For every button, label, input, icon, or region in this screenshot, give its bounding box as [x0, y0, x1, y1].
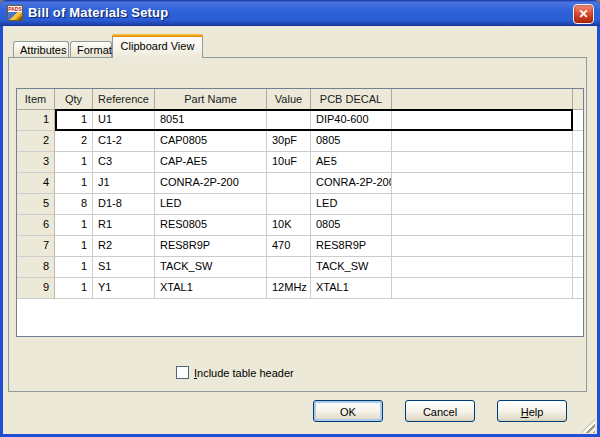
- row-number-cell[interactable]: 6: [17, 215, 55, 236]
- row-data[interactable]: 1R1RES080510K0805: [55, 215, 573, 236]
- row-gutter: [573, 131, 583, 152]
- qty-cell[interactable]: 2: [55, 131, 93, 152]
- row-gutter: [573, 215, 583, 236]
- part-name-cell[interactable]: 8051: [155, 110, 267, 131]
- column-header-reference: Reference: [93, 89, 155, 109]
- pcb-decal-cell[interactable]: DIP40-600: [311, 110, 392, 131]
- bom-table: Item Qty Reference Part Name Value PCB D…: [16, 88, 584, 337]
- qty-cell[interactable]: 1: [55, 215, 93, 236]
- row-data[interactable]: 1S1TACK_SWTACK_SW: [55, 257, 573, 278]
- row-number-cell[interactable]: 1: [17, 110, 55, 131]
- row-data[interactable]: 1U18051DIP40-600: [55, 110, 573, 131]
- part-name-cell[interactable]: XTAL1: [155, 278, 267, 299]
- qty-cell[interactable]: 1: [55, 257, 93, 278]
- header-gutter: [573, 89, 583, 109]
- reference-cell[interactable]: U1: [93, 110, 155, 131]
- value-cell[interactable]: 30pF: [267, 131, 311, 152]
- reference-cell[interactable]: Y1: [93, 278, 155, 299]
- row-data[interactable]: 1R2RES8R9P470RES8R9P: [55, 236, 573, 257]
- part-name-cell[interactable]: CAP-AE5: [155, 152, 267, 173]
- close-icon[interactable]: ✕: [573, 4, 594, 24]
- qty-cell[interactable]: 1: [55, 152, 93, 173]
- row-number-cell[interactable]: 8: [17, 257, 55, 278]
- row-data[interactable]: 8D1-8LEDLED: [55, 194, 573, 215]
- empty-cell: [392, 257, 573, 278]
- value-cell[interactable]: [267, 194, 311, 215]
- pcb-decal-cell[interactable]: AE5: [311, 152, 392, 173]
- table-row: 22C1-2CAP080530pF0805: [17, 131, 583, 152]
- qty-cell[interactable]: 8: [55, 194, 93, 215]
- reference-cell[interactable]: R2: [93, 236, 155, 257]
- qty-cell[interactable]: 1: [55, 173, 93, 194]
- value-cell[interactable]: [267, 173, 311, 194]
- tab-attributes[interactable]: Attributes: [13, 41, 69, 57]
- column-header-part-name: Part Name: [155, 89, 267, 109]
- row-number-cell[interactable]: 2: [17, 131, 55, 152]
- help-button[interactable]: Help: [497, 400, 567, 422]
- reference-cell[interactable]: J1: [93, 173, 155, 194]
- reference-cell[interactable]: R1: [93, 215, 155, 236]
- part-name-cell[interactable]: CAP0805: [155, 131, 267, 152]
- window-title: Bill of Materials Setup: [28, 5, 168, 20]
- column-header-value: Value: [267, 89, 311, 109]
- row-data[interactable]: 1J1CONRA-2P-200CONRA-2P-200: [55, 173, 573, 194]
- tab-clipboard-view[interactable]: Clipboard View: [112, 34, 203, 58]
- reference-cell[interactable]: C1-2: [93, 131, 155, 152]
- include-table-header-field: Include table header: [176, 366, 294, 379]
- tab-format[interactable]: Format: [70, 41, 112, 57]
- table-row: 41J1CONRA-2P-200CONRA-2P-200: [17, 173, 583, 194]
- table-row: 11U18051DIP40-600: [17, 110, 583, 131]
- row-gutter: [573, 173, 583, 194]
- row-data[interactable]: 1C3CAP-AE510uFAE5: [55, 152, 573, 173]
- empty-cell: [392, 278, 573, 299]
- row-data[interactable]: 1Y1XTAL112MHzXTAL1: [55, 278, 573, 299]
- table-header-row: Item Qty Reference Part Name Value PCB D…: [17, 89, 583, 110]
- empty-cell: [392, 194, 573, 215]
- value-cell[interactable]: [267, 110, 311, 131]
- reference-cell[interactable]: D1-8: [93, 194, 155, 215]
- part-name-cell[interactable]: TACK_SW: [155, 257, 267, 278]
- row-number-cell[interactable]: 7: [17, 236, 55, 257]
- pcb-decal-cell[interactable]: RES8R9P: [311, 236, 392, 257]
- pcb-decal-cell[interactable]: TACK_SW: [311, 257, 392, 278]
- part-name-cell[interactable]: RES8R9P: [155, 236, 267, 257]
- dialog-window: PADS Bill of Materials Setup ✕ Attribute…: [0, 0, 600, 437]
- pcb-decal-cell[interactable]: 0805: [311, 215, 392, 236]
- part-name-cell[interactable]: CONRA-2P-200: [155, 173, 267, 194]
- table-row: 58D1-8LEDLED: [17, 194, 583, 215]
- row-number-cell[interactable]: 9: [17, 278, 55, 299]
- ok-button[interactable]: OK: [313, 400, 383, 422]
- part-name-cell[interactable]: RES0805: [155, 215, 267, 236]
- empty-cell: [392, 131, 573, 152]
- column-header-pcb-decal: PCB DECAL: [311, 89, 392, 109]
- pcb-decal-cell[interactable]: XTAL1: [311, 278, 392, 299]
- value-cell[interactable]: 10uF: [267, 152, 311, 173]
- part-name-cell[interactable]: LED: [155, 194, 267, 215]
- pcb-decal-cell[interactable]: 0805: [311, 131, 392, 152]
- pcb-decal-cell[interactable]: CONRA-2P-200: [311, 173, 392, 194]
- row-number-cell[interactable]: 3: [17, 152, 55, 173]
- empty-cell: [392, 110, 573, 131]
- include-table-header-checkbox[interactable]: [176, 366, 189, 379]
- row-gutter: [573, 110, 583, 131]
- pcb-decal-cell[interactable]: LED: [311, 194, 392, 215]
- value-cell[interactable]: 10K: [267, 215, 311, 236]
- qty-cell[interactable]: 1: [55, 110, 93, 131]
- qty-cell[interactable]: 1: [55, 278, 93, 299]
- row-number-cell[interactable]: 5: [17, 194, 55, 215]
- row-data[interactable]: 2C1-2CAP080530pF0805: [55, 131, 573, 152]
- row-gutter: [573, 236, 583, 257]
- include-table-header-label: Include table header: [194, 367, 294, 379]
- value-cell[interactable]: [267, 257, 311, 278]
- reference-cell[interactable]: C3: [93, 152, 155, 173]
- cancel-button[interactable]: Cancel: [405, 400, 475, 422]
- qty-cell[interactable]: 1: [55, 236, 93, 257]
- row-number-cell[interactable]: 4: [17, 173, 55, 194]
- table-row: 61R1RES080510K0805: [17, 215, 583, 236]
- table-row: 71R2RES8R9P470RES8R9P: [17, 236, 583, 257]
- value-cell[interactable]: 12MHz: [267, 278, 311, 299]
- reference-cell[interactable]: S1: [93, 257, 155, 278]
- row-gutter: [573, 194, 583, 215]
- column-header-empty: [392, 89, 573, 109]
- value-cell[interactable]: 470: [267, 236, 311, 257]
